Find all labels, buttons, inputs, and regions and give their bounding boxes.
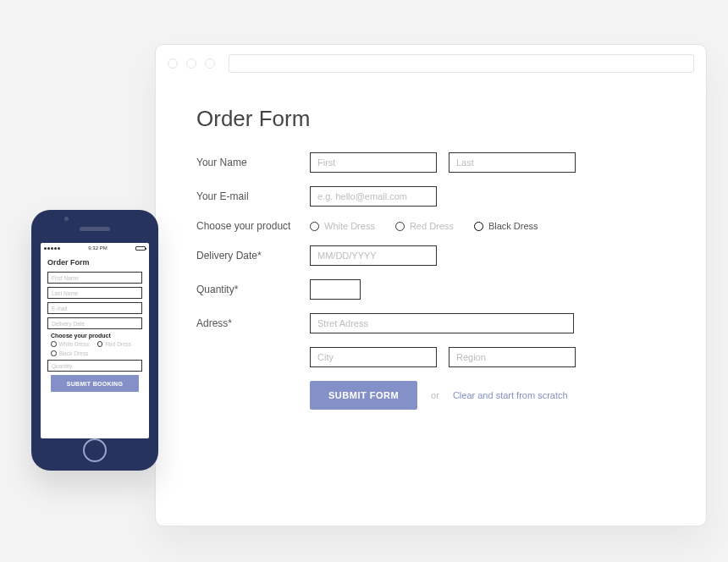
status-time: 9:32 PM [88, 245, 107, 251]
mobile-radio-red[interactable]: Red Dress [97, 341, 131, 347]
label-qty: Quantity* [196, 284, 298, 295]
product-radio-group: White Dress Red Dress Black Dress [310, 221, 538, 231]
mobile-first-name-field[interactable]: First Name [47, 272, 142, 284]
label-product: Choose your product [196, 220, 298, 232]
mobile-radio-black[interactable]: Black Dress [51, 350, 88, 356]
region-field[interactable]: Region [449, 347, 576, 367]
quantity-field[interactable] [310, 279, 361, 300]
radio-icon [310, 222, 319, 231]
home-button-icon[interactable] [83, 438, 107, 462]
mobile-product-label: Choose your product [51, 333, 142, 339]
street-address-field[interactable]: Stret Adress [310, 313, 574, 333]
label-address: Adress* [196, 317, 298, 329]
radio-icon [97, 341, 103, 347]
radio-icon [51, 341, 57, 347]
submit-button[interactable]: SUBMIT FORM [310, 381, 417, 410]
radio-icon [474, 222, 483, 231]
label-date: Delivery Date* [196, 250, 298, 262]
window-dot-icon [205, 58, 215, 69]
window-dot-icon [186, 58, 196, 69]
city-field[interactable]: City [310, 347, 437, 367]
radio-icon [51, 350, 57, 356]
phone-mock: 9:32 PM Order Form First Name Last Name … [31, 210, 158, 471]
clear-link[interactable]: Clear and start from scratch [453, 390, 568, 400]
mobile-date-field[interactable]: Delivery Date [47, 317, 142, 329]
window-dot-icon [168, 58, 178, 69]
browser-window: Order Form Your Name First Last Your E-m… [155, 44, 707, 526]
last-name-field[interactable]: Last [449, 152, 576, 173]
or-text: or [431, 390, 439, 400]
radio-black-dress[interactable]: Black Dress [474, 221, 538, 231]
battery-icon [135, 246, 146, 251]
radio-red-dress[interactable]: Red Dress [395, 221, 454, 231]
mobile-quantity-field[interactable]: Quantity [47, 360, 142, 372]
mobile-email-field[interactable]: E-mail [47, 302, 142, 314]
delivery-date-field[interactable]: MM/DD/YYYY [310, 245, 437, 266]
first-name-field[interactable]: First [310, 152, 437, 173]
browser-chrome-bar [156, 45, 706, 82]
page-title: Order Form [196, 106, 665, 132]
radio-white-dress[interactable]: White Dress [310, 221, 375, 231]
phone-speaker-icon [80, 227, 110, 231]
radio-icon [395, 222, 405, 231]
address-bar[interactable] [229, 54, 694, 73]
mobile-submit-button[interactable]: SUBMIT BOOKING [51, 375, 139, 392]
signal-icon [44, 247, 60, 250]
email-field[interactable]: e.g. hello@email.com [310, 186, 437, 207]
mobile-radio-white[interactable]: White Dress [51, 341, 89, 347]
label-email: Your E-mail [196, 190, 298, 202]
mobile-title: Order Form [47, 258, 142, 267]
form-container: Order Form Your Name First Last Your E-m… [156, 82, 706, 427]
mobile-last-name-field[interactable]: Last Name [47, 287, 142, 299]
phone-camera-icon [64, 217, 69, 221]
label-name: Your Name [196, 157, 298, 168]
phone-status-bar: 9:32 PM [41, 243, 149, 253]
phone-screen: 9:32 PM Order Form First Name Last Name … [41, 243, 149, 438]
